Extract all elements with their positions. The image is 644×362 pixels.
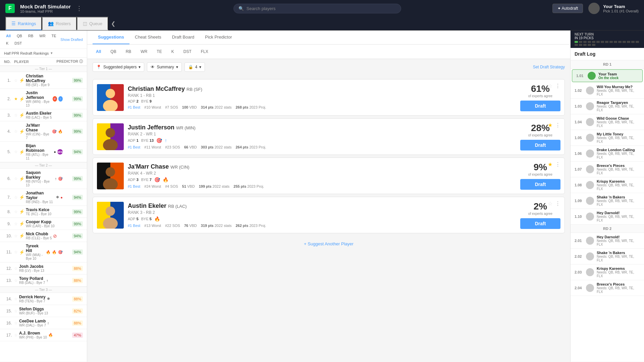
lock-dropdown[interactable]: 🔒 4 ▾ xyxy=(184,62,205,72)
menu-icon[interactable]: ⋮ xyxy=(76,5,82,12)
draft-button-mccaffrey[interactable]: Draft xyxy=(520,101,560,111)
list-item[interactable]: 14. ☆ Derrick Henry RB (TEN) - Bye 7 ❄ 8… xyxy=(0,293,87,305)
list-item[interactable]: 6. ☆ ⚡ Saquon Barkley RB (NYG) - Bye 13 … xyxy=(0,169,87,189)
nav-collapse-button[interactable]: ❮ xyxy=(108,17,118,30)
draft-button-chase[interactable]: Draft xyxy=(520,179,560,190)
draft-pick-105[interactable]: 1.05 My Little Toney Needs: QB, RB, WR, … xyxy=(571,130,644,146)
star-icon[interactable]: ☆ xyxy=(14,250,18,254)
star-icon[interactable]: ☆ xyxy=(14,222,18,226)
list-item[interactable]: 3. ☆ ⚡ Austin Ekeler RB (LAC) - Bye 5 99… xyxy=(0,109,87,121)
draft-pick-103[interactable]: 1.03 Reagor Targaryen Needs: QB, RB, WR,… xyxy=(571,99,644,114)
rankings-filter-arrow[interactable]: ▾ xyxy=(51,51,53,55)
tab-pick-predictor[interactable]: Pick Predictor xyxy=(200,31,237,44)
star-icon[interactable]: ☆ xyxy=(14,321,18,325)
tab-cheat-sheets[interactable]: Cheat Sheets xyxy=(129,31,167,44)
lightning-icon: ⚡ xyxy=(19,233,24,238)
set-strategy-link[interactable]: Set Draft Strategy xyxy=(533,65,565,69)
star-icon[interactable]: ☆ xyxy=(14,195,18,200)
star-icon[interactable]: ☆ xyxy=(14,129,18,134)
card-menu-icon[interactable]: ⋮ xyxy=(555,200,560,207)
pos-filter-wr[interactable]: WR xyxy=(37,33,47,39)
draft-pick-109[interactable]: 1.09 Shake 'n Bakers Needs: QB, RB, WR, … xyxy=(571,193,644,209)
card-star-icon[interactable]: ★ xyxy=(548,122,552,128)
pick-dot xyxy=(588,44,591,46)
card-star-icon[interactable]: ☆ xyxy=(548,83,552,89)
pos-filter-qb[interactable]: QB xyxy=(15,33,24,39)
star-icon[interactable]: ☆ xyxy=(14,309,18,313)
main-filter-k[interactable]: K xyxy=(168,48,177,55)
player-name: Jonathan Taylor xyxy=(26,191,55,200)
list-item[interactable]: 7. ☆ ⚡ Jonathan Taylor RB (IND) - Bye 11… xyxy=(0,189,87,206)
pos-filter-k[interactable]: K xyxy=(4,41,10,46)
star-icon[interactable]: ☆ xyxy=(14,266,18,271)
list-item[interactable]: 4. ☆ ⚡ Ja'Marr Chase WR (CIN) - Bye 7 🎯 … xyxy=(0,121,87,142)
list-item[interactable]: 15. ☆ Stefon Diggs WR (BUF) - Bye 13 82% xyxy=(0,305,87,317)
tab-rankings[interactable]: ☰ Rankings xyxy=(5,17,42,30)
draft-button-jefferson[interactable]: Draft xyxy=(520,140,560,150)
suggested-players-dropdown[interactable]: 📍 Suggested players ▾ xyxy=(93,62,144,72)
tab-rosters[interactable]: 👥 Rosters xyxy=(42,17,77,30)
main-filter-dst[interactable]: DST xyxy=(180,48,195,55)
tab-queue[interactable]: ◫ Queue xyxy=(77,17,108,30)
tab-draft-board[interactable]: Draft Board xyxy=(167,31,200,44)
search-input[interactable] xyxy=(247,6,396,11)
tab-suggestions[interactable]: Suggestions xyxy=(93,31,129,44)
list-item[interactable]: 1. ☆ ⚡ Christian McCaffrey RB (SF) - Bye… xyxy=(0,72,87,89)
draft-pick-106[interactable]: 1.06 Drake London Calling Needs: QB, RB,… xyxy=(571,146,644,162)
card-star-icon[interactable]: ★ xyxy=(548,161,552,168)
list-item[interactable]: 12. ☆ Josh Jacobs RB (LV) - Bye 13 88% xyxy=(0,262,87,275)
draft-pick-104[interactable]: 1.04 Wild Goose Chase Needs: QB, RB, WR,… xyxy=(571,114,644,130)
star-icon[interactable]: ☆ xyxy=(14,278,18,283)
pos-filter-all[interactable]: All xyxy=(4,33,13,39)
card-menu-icon[interactable]: ⋮ xyxy=(555,83,560,89)
predictor-score: 99% xyxy=(72,129,83,134)
star-icon[interactable]: ☆ xyxy=(14,176,18,181)
main-filter-te[interactable]: TE xyxy=(153,48,165,55)
draft-pick-202[interactable]: 2.02 Shake 'n Bakers Needs: QB, RB, WR, … xyxy=(571,249,644,264)
card-star-icon[interactable]: ☆ xyxy=(548,200,552,207)
list-item[interactable]: 17. ☆ A.J. Brown WR (PHI) - Bye 10 🔥 47% xyxy=(0,329,87,341)
suggest-another-link[interactable]: + Suggest Another Player xyxy=(93,236,565,252)
main-filter-wr[interactable]: WR xyxy=(137,48,151,55)
draft-pick-203[interactable]: 2.03 Krispy Kareems Needs: QB, RB, WR, T… xyxy=(571,264,644,280)
list-item[interactable]: 5. ☆ ⚡ Bijan Robinson RB (ATL) - Bye 11 … xyxy=(0,142,87,162)
draft-pick-201[interactable]: 2.01 Hey Darnold! Needs: QB, RB, WR, TE,… xyxy=(571,233,644,249)
player-number: 14. xyxy=(4,297,14,301)
summary-dropdown[interactable]: 👁 Summary ▾ xyxy=(147,62,181,72)
star-icon[interactable]: ☆ xyxy=(14,113,18,118)
list-item[interactable]: 8. ☆ ⚡ Travis Kelce TE (KC) - Bye 10 99% xyxy=(0,206,87,218)
draft-pick-110[interactable]: 1.10 Hey Darnold! Needs: QB, RB, WR, TE,… xyxy=(571,209,644,225)
list-item[interactable]: 16. ☆ CeeDee Lamb WR (DAL) - Bye 7 ↑ 88% xyxy=(0,317,87,329)
main-filter-qb[interactable]: QB xyxy=(107,48,119,55)
star-icon[interactable]: ☆ xyxy=(14,78,18,83)
star-icon[interactable]: ☆ xyxy=(14,149,18,154)
list-item[interactable]: 13. ☆ Tony Pollard RB (DAL) - Bye 7 ↑ 88… xyxy=(0,275,87,287)
main-filter-rb[interactable]: RB xyxy=(122,48,135,55)
autodraft-button[interactable]: ✦ Autodraft xyxy=(552,4,583,13)
pos-filter-dst[interactable]: DST xyxy=(12,41,24,46)
list-item[interactable]: 11. ☆ ⚡ Tyreek Hill WR (MIA) - Bye 10 🔥 … xyxy=(0,242,87,262)
team-needs: Needs: QB, RB, WR, TE, FLX xyxy=(597,270,640,278)
list-item[interactable]: 9. ☆ ⚡ Cooper Kupp WR (LAR) - Bye 10 99% xyxy=(0,218,87,230)
list-item[interactable]: 2. ★ ⚡ Justin Jefferson WR (MIN) - Bye 1… xyxy=(0,89,87,109)
tab-queue-label: Queue xyxy=(89,21,102,26)
draft-pick-102[interactable]: 1.02 Will You Murray Me? Needs: QB, RB, … xyxy=(571,83,644,99)
draft-pick-107[interactable]: 1.07 Breece's Pieces Needs: QB, RB, WR, … xyxy=(571,162,644,177)
pos-filter-rb[interactable]: RB xyxy=(26,33,35,39)
star-icon[interactable]: ☆ xyxy=(14,333,18,338)
star-icon[interactable]: ★ xyxy=(14,97,18,101)
pos-filter-te[interactable]: TE xyxy=(50,33,58,39)
show-drafted-button[interactable]: Show Drafted xyxy=(60,38,83,42)
card-menu-icon[interactable]: ⋮ xyxy=(555,122,560,128)
draft-pick-101[interactable]: 1.01 Your Team On the clock xyxy=(572,69,643,82)
draft-pick-108[interactable]: 1.08 Krispy Kareems Needs: QB, RB, WR, T… xyxy=(571,177,644,193)
star-icon[interactable]: ☆ xyxy=(14,234,18,238)
star-icon[interactable]: ☆ xyxy=(14,209,18,214)
main-filter-all[interactable]: All xyxy=(93,48,104,55)
main-filter-flx[interactable]: FLX xyxy=(198,48,212,55)
draft-button-ekeler[interactable]: Draft xyxy=(520,218,560,229)
list-item[interactable]: 10. ☆ ⚡ Nick Chubb RB (CLE) - Bye 5 ⊘ 94… xyxy=(0,230,87,242)
draft-pick-204[interactable]: 2.04 Breece's Pieces Needs: QB, RB, WR, … xyxy=(571,280,644,296)
card-menu-icon[interactable]: ⋮ xyxy=(555,161,560,168)
star-icon[interactable]: ☆ xyxy=(14,297,18,301)
